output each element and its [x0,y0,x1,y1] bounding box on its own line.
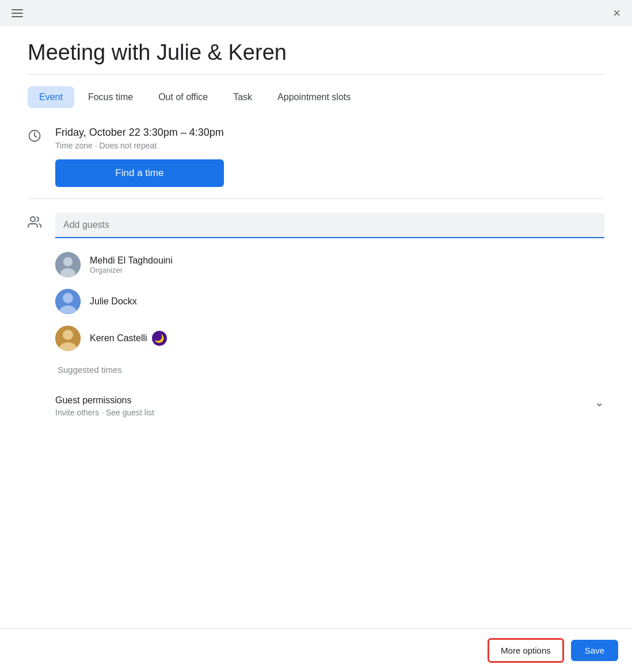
permissions-row: Guest permissions Invite others · See gu… [55,395,604,417]
guest-role-mehdi: Organizer [90,266,173,274]
guest-item-keren: Keren Castelli 🌙 [55,321,604,356]
tab-event[interactable]: Event [28,86,74,108]
top-bar: × [0,0,632,26]
svg-point-3 [63,257,73,266]
guest-list: Mehdi El Taghdouini Organizer [55,247,604,356]
avatar-julie [55,289,81,314]
datetime-row: Friday, October 22 3:30pm – 4:30pm Time … [28,127,604,187]
suggested-times[interactable]: Suggested times [55,365,604,375]
close-button[interactable]: × [613,7,620,20]
permissions-title: Guest permissions [55,395,154,406]
guest-permissions: Guest permissions Invite others · See gu… [55,391,604,417]
guests-section: Mehdi El Taghdouini Organizer [28,213,604,417]
moon-badge-icon: 🌙 [152,331,167,346]
menu-icon[interactable] [12,9,23,17]
save-button[interactable]: Save [571,640,618,661]
svg-point-9 [63,330,73,340]
tab-out-of-office[interactable]: Out of office [147,86,219,108]
clock-icon [28,129,41,145]
section-divider [28,198,604,199]
bottom-bar: More options Save [0,628,632,672]
svg-point-6 [63,293,73,303]
tab-task[interactable]: Task [222,86,264,108]
avatar-mehdi [55,252,81,277]
guest-item-julie: Julie Dockx [55,284,604,319]
event-modal: × Meeting with Julie & Keren Event Focus… [0,0,632,672]
keren-name-row: Keren Castelli 🌙 [90,331,167,346]
tab-bar: Event Focus time Out of office Task Appo… [28,84,604,108]
guest-item-mehdi: Mehdi El Taghdouini Organizer [55,247,604,282]
guest-name-keren: Keren Castelli [90,333,147,343]
tab-focus-time[interactable]: Focus time [77,86,144,108]
guest-name-mehdi: Mehdi El Taghdouini [90,255,173,266]
permissions-text: Guest permissions Invite others · See gu… [55,395,154,417]
add-guests-input[interactable] [55,213,604,238]
guest-info-julie: Julie Dockx [90,296,137,307]
guests-content: Mehdi El Taghdouini Organizer [55,213,604,417]
modal-content: Meeting with Julie & Keren Event Focus t… [0,26,632,628]
find-time-button[interactable]: Find a time [55,159,224,187]
guest-info-keren: Keren Castelli 🌙 [90,331,167,346]
more-options-button[interactable]: More options [488,638,564,663]
guests-icon [28,215,41,231]
datetime-block: Friday, October 22 3:30pm – 4:30pm Time … [55,127,224,187]
guest-name-julie: Julie Dockx [90,296,137,307]
datetime-sub: Time zone · Does not repeat [55,141,224,150]
guest-info-mehdi: Mehdi El Taghdouini Organizer [90,255,173,274]
svg-point-1 [31,217,35,222]
avatar-keren [55,326,81,351]
chevron-down-icon[interactable]: ⌄ [595,395,604,409]
tab-appointment-slots[interactable]: Appointment slots [266,86,362,108]
permissions-sub: Invite others · See guest list [55,408,154,417]
event-title: Meeting with Julie & Keren [28,40,604,75]
datetime-main: Friday, October 22 3:30pm – 4:30pm [55,127,224,139]
